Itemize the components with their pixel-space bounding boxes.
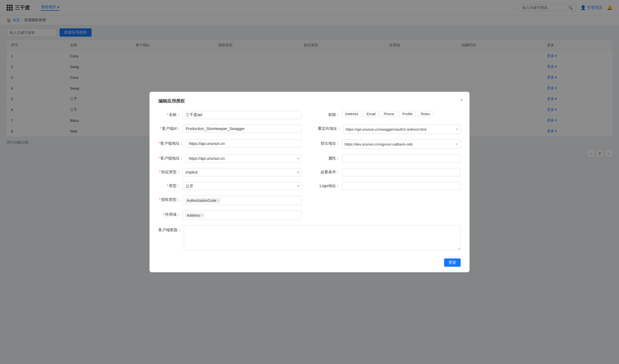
form-redirect-row: 重定向地址： https://api.ununun.cn/swagger/oau… <box>318 125 461 134</box>
permissions-tags: AddressEmailPhoneProfileRoles <box>342 111 433 117</box>
logout-input[interactable]: https://dev.ununun.cn/signout-callback-o… <box>342 139 461 149</box>
logout-label: 登出地址： <box>318 139 340 146</box>
logout-clear-button[interactable]: × <box>456 142 458 146</box>
attr-input[interactable] <box>342 154 461 163</box>
protocol-select-wrap: implicit ▾ <box>183 168 301 174</box>
form-client-uri1-row: *客户端地址： <box>158 139 301 149</box>
redirect-label: 重定向地址： <box>318 125 341 131</box>
client-uri2-select-wrap: https://api.ununun.cn ▾ <box>186 154 301 163</box>
permission-tag[interactable]: Address <box>342 111 361 117</box>
name-label: *名称： <box>158 111 180 117</box>
permission-tag[interactable]: Phone <box>381 111 397 117</box>
modal-title: 编辑应用授权 <box>158 98 461 104</box>
permission-tag[interactable]: Email <box>364 111 379 117</box>
permissions-label: 权限： <box>318 111 340 117</box>
client-uri2-select[interactable]: https://api.ununun.cn <box>186 154 301 163</box>
form-logout-row: 登出地址： https://dev.ununun.cn/signout-call… <box>318 139 461 149</box>
form-condition-row: 必要条件： <box>318 168 461 174</box>
client-uri1-input[interactable] <box>186 139 301 148</box>
protocol-label: *协议类型： <box>158 168 180 174</box>
client-uri2-label: *客户端地址： <box>158 154 183 161</box>
client-id-label: *客户端id： <box>158 125 180 131</box>
protocol-select[interactable]: implicit <box>183 168 301 174</box>
permission-tag[interactable]: Roles <box>418 111 433 117</box>
modal-close-button[interactable]: × <box>460 97 463 103</box>
modal-form: *名称： 权限： AddressEmailPhoneProfileRoles *… <box>158 111 461 174</box>
attr-label: 属性： <box>318 154 340 161</box>
client-id-input[interactable] <box>183 125 301 133</box>
client-uri1-label: *客户端地址： <box>158 139 183 146</box>
form-name-row: *名称： <box>158 111 301 119</box>
condition-input[interactable] <box>342 168 461 174</box>
form-client-uri2-row: *客户端地址： https://api.ununun.cn ▾ <box>158 154 301 163</box>
permission-tag[interactable]: Profile <box>399 111 416 117</box>
condition-label: 必要条件： <box>318 168 340 174</box>
edit-modal: 编辑应用授权 × *名称： 权限： AddressEmailPhoneProfi… <box>150 92 469 174</box>
redirect-clear-button[interactable]: × <box>456 127 458 131</box>
modal-overlay: 编辑应用授权 × *名称： 权限： AddressEmailPhoneProfi… <box>0 0 619 174</box>
redirect-input[interactable]: https://api.ununun.cn/swagger/oauth2-red… <box>343 125 461 134</box>
form-protocol-row: *协议类型： implicit ▾ <box>158 168 301 174</box>
form-client-id-row: *客户端id： <box>158 125 301 134</box>
form-permissions-row: 权限： AddressEmailPhoneProfileRoles <box>318 111 461 119</box>
form-attr-row: 属性： <box>318 154 461 163</box>
name-input[interactable] <box>183 111 301 119</box>
